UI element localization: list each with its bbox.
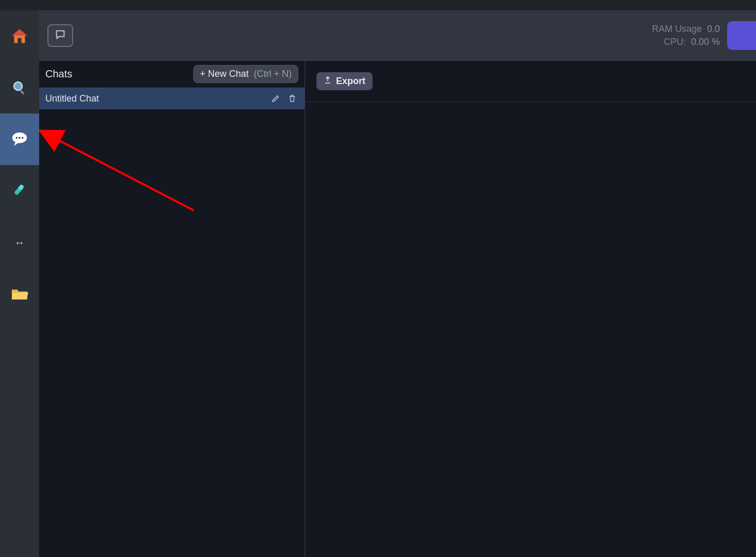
resource-stats: RAM Usage 0.0 CPU: 0.00 % (652, 24, 720, 47)
rail-folder[interactable] (0, 268, 39, 320)
rail-search[interactable] (0, 62, 39, 113)
cpu-value: 0.00 % (691, 37, 720, 47)
new-chat-label: + New Chat (200, 69, 249, 79)
chat-outline-icon (55, 29, 66, 42)
svg-point-7 (19, 137, 20, 138)
ram-value: 0.0 (707, 24, 720, 35)
svg-marker-1 (12, 29, 27, 36)
content-row: Chats + New Chat (Ctrl + N) Untitled Cha… (39, 61, 756, 557)
main-pane: Export (305, 61, 756, 557)
new-chat-shortcut: (Ctrl + N) (254, 69, 292, 79)
topbar: RAM Usage 0.0 CPU: 0.00 % (39, 10, 756, 61)
resize-horizontal-icon: ↔ (11, 234, 28, 251)
home-icon (11, 27, 28, 45)
svg-point-8 (22, 137, 23, 138)
trash-icon[interactable] (286, 92, 298, 105)
main-area: RAM Usage 0.0 CPU: 0.00 % Chats + New Ch… (39, 10, 756, 557)
svg-rect-3 (20, 90, 25, 95)
rail-home[interactable] (0, 10, 39, 62)
sidebar-rail: ↔ (0, 10, 39, 557)
rail-lab[interactable] (0, 165, 39, 217)
search-icon (11, 79, 28, 96)
export-button[interactable]: Export (316, 72, 373, 90)
chat-item-title: Untitled Chat (45, 93, 265, 104)
export-icon (324, 76, 332, 87)
cpu-label: CPU: (664, 37, 686, 47)
rail-resize[interactable]: ↔ (0, 217, 39, 268)
svg-point-6 (16, 137, 18, 138)
chat-list: Untitled Chat (39, 88, 305, 557)
right-panel-button[interactable] (727, 21, 756, 50)
edit-icon[interactable] (270, 92, 282, 105)
window-titlebar (0, 0, 756, 10)
new-chat-button[interactable]: + New Chat (Ctrl + N) (193, 65, 298, 83)
svg-point-2 (14, 82, 22, 90)
export-label: Export (336, 76, 365, 87)
app-root: ↔ RAM Us (0, 10, 756, 557)
chat-icon (11, 130, 28, 148)
lab-icon (11, 182, 28, 200)
rail-chat[interactable] (0, 113, 39, 165)
chat-item[interactable]: Untitled Chat (39, 88, 305, 109)
chats-panel: Chats + New Chat (Ctrl + N) Untitled Cha… (39, 61, 305, 557)
main-pane-toolbar: Export (305, 61, 756, 102)
chats-header: Chats + New Chat (Ctrl + N) (39, 61, 305, 88)
folder-icon (11, 285, 28, 303)
chat-toggle-button[interactable] (47, 24, 73, 47)
chats-title: Chats (45, 68, 187, 80)
ram-label: RAM Usage (652, 24, 702, 35)
